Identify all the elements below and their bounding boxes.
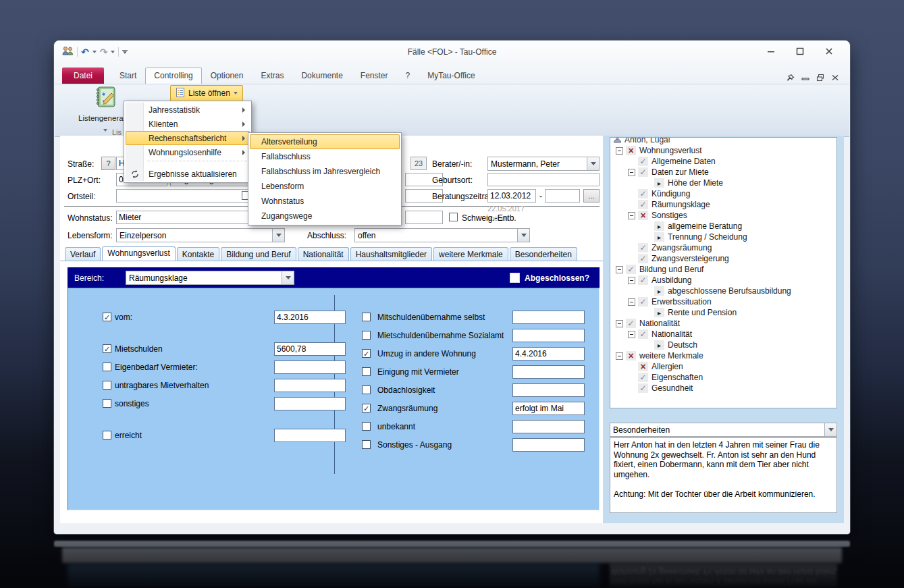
close-icon[interactable]	[820, 45, 838, 58]
row-input[interactable]	[512, 365, 585, 379]
document-tab[interactable]: Bildung und Beruf	[221, 247, 296, 261]
schweig-checkbox[interactable]	[449, 213, 458, 221]
row-input[interactable]	[512, 347, 585, 360]
minimize-document-icon[interactable]	[801, 72, 809, 84]
submenu-item[interactable]: Fallabschluss	[250, 149, 400, 164]
bereich-combo[interactable]: Räumungsklage	[126, 271, 294, 285]
submenu-item[interactable]: Altersverteilung	[250, 134, 400, 149]
menu-item[interactable]: Jahresstatistik	[126, 103, 250, 117]
chevron-down-icon[interactable]	[517, 229, 529, 242]
document-tab[interactable]: Besonderheiten	[510, 247, 577, 261]
tree-item[interactable]: Kündigung	[613, 188, 836, 199]
tree-item[interactable]: Allergien	[613, 361, 836, 372]
geburtsort-input[interactable]	[487, 173, 600, 186]
row-input[interactable]	[512, 311, 585, 324]
ribbon-tab[interactable]: Datei	[62, 68, 104, 84]
expand-icon[interactable]	[628, 212, 635, 219]
lebensform-combo[interactable]: Einzelperson	[116, 228, 285, 242]
row-input[interactable]	[274, 360, 346, 374]
tree-item[interactable]: Eigenschaften	[613, 372, 836, 383]
tree-item[interactable]: Rente und Pension	[613, 307, 836, 318]
help-button[interactable]: ?	[101, 157, 115, 170]
row-checkbox[interactable]	[103, 363, 111, 371]
document-tab[interactable]: weitere Merkmale	[433, 247, 508, 261]
liste-oeffnen-button[interactable]: Liste öffnen	[170, 85, 243, 101]
submenu-item[interactable]: Fallabschluss im Jahresvergleich	[250, 164, 400, 179]
document-tab[interactable]: Haushaltsmitglieder	[350, 247, 432, 261]
ribbon-tab[interactable]: Controlling	[145, 68, 201, 84]
tree-item[interactable]: Gesundheit	[613, 383, 836, 394]
tree-item[interactable]: Nationalität	[613, 329, 836, 340]
expand-icon[interactable]	[628, 331, 635, 338]
row-input[interactable]	[512, 402, 585, 415]
ribbon-tab[interactable]: ?	[397, 68, 419, 84]
berater-combo[interactable]: Mustermann, Peter	[487, 157, 600, 171]
row-checkbox[interactable]	[362, 313, 371, 321]
row-checkbox[interactable]	[362, 349, 371, 358]
ribbon-tab[interactable]: Start	[111, 68, 145, 84]
tree-item[interactable]: Bildung und Beruf	[613, 264, 836, 275]
tree-item[interactable]: allgemeine Beratung	[613, 221, 836, 232]
tree-item[interactable]: Ausbildung	[613, 275, 836, 286]
tree-item[interactable]: weitere Merkmale	[613, 350, 836, 361]
row-checkbox[interactable]	[103, 344, 111, 353]
submenu-item[interactable]: Lebensform	[250, 179, 400, 194]
tree-item[interactable]: Deutsch	[613, 340, 836, 350]
submenu-item[interactable]: Zugangswege	[250, 209, 400, 223]
tree-root[interactable]: Anton, Lugal	[613, 137, 836, 145]
ellipsis-button[interactable]: ...	[583, 189, 600, 203]
wohnstatus-input[interactable]	[116, 211, 248, 224]
ribbon-tab[interactable]: Fenster	[352, 68, 397, 84]
ribbon-tab[interactable]: Dokumente	[292, 68, 351, 84]
document-tab[interactable]: Wohnungsverlust	[102, 246, 176, 261]
tree-item[interactable]: Sonstiges	[613, 210, 836, 221]
row-input[interactable]	[274, 429, 346, 442]
abschluss-combo[interactable]: offen	[354, 228, 530, 242]
row-checkbox[interactable]	[362, 385, 371, 394]
beratung-von-input[interactable]	[487, 189, 536, 203]
expand-icon[interactable]	[628, 298, 635, 306]
row-input[interactable]	[512, 329, 585, 342]
expand-icon[interactable]	[616, 320, 623, 327]
menu-item-refresh[interactable]: Ergebnisse aktualisieren	[126, 167, 250, 181]
ribbon-tab[interactable]: Optionen	[202, 68, 252, 84]
row-input[interactable]	[512, 438, 585, 452]
chevron-down-icon[interactable]	[587, 157, 599, 170]
besonderheiten-text[interactable]: Herr Anton hat in den letzten 4 Jahren m…	[610, 437, 837, 513]
row-checkbox[interactable]	[103, 399, 111, 408]
document-tab[interactable]: Verlauf	[65, 247, 101, 261]
tree-item[interactable]: Zwangsräumung	[613, 242, 836, 253]
tree-item[interactable]: Allgemeine Daten	[613, 156, 836, 167]
row-input[interactable]	[274, 379, 346, 392]
menu-item[interactable]: Klienten	[126, 117, 250, 131]
tree-item[interactable]: Wohnungsverlust	[613, 145, 836, 156]
document-tab[interactable]: Nationalität	[298, 247, 349, 261]
row-checkbox[interactable]	[362, 367, 371, 376]
row-checkbox[interactable]	[103, 381, 111, 390]
ribbon-tab[interactable]: Extras	[252, 68, 292, 84]
expand-icon[interactable]	[616, 352, 623, 360]
document-tab[interactable]: Kontakte	[177, 247, 219, 261]
tree-item[interactable]: Daten zur Miete	[613, 167, 836, 178]
expand-icon[interactable]	[616, 266, 623, 273]
expand-icon[interactable]	[628, 169, 635, 176]
row-checkbox[interactable]	[362, 440, 371, 449]
row-checkbox[interactable]	[362, 422, 371, 431]
tree-item[interactable]: Trennung / Scheidung	[613, 232, 836, 242]
restore-document-icon[interactable]	[816, 72, 824, 84]
chevron-down-icon[interactable]	[824, 423, 836, 436]
small-field-3[interactable]	[405, 211, 443, 224]
maximize-icon[interactable]	[791, 45, 809, 58]
row-input[interactable]	[512, 383, 585, 397]
abgeschlossen-checkbox[interactable]	[510, 273, 520, 283]
menu-item[interactable]: Wohnungslosenhilfe	[126, 145, 250, 159]
tree-item[interactable]: Räumungsklage	[613, 199, 836, 210]
row-checkbox[interactable]	[103, 313, 111, 321]
tree-item[interactable]: Höhe der Miete	[613, 178, 836, 188]
tree-item[interactable]: Zwangsversteigerung	[613, 253, 836, 264]
submenu-item[interactable]: Wohnstatus	[250, 194, 400, 209]
pin-icon[interactable]	[787, 72, 795, 84]
minimize-icon[interactable]	[762, 45, 780, 58]
row-checkbox[interactable]	[362, 331, 371, 340]
tree-item[interactable]: Erwerbssituation	[613, 296, 836, 307]
